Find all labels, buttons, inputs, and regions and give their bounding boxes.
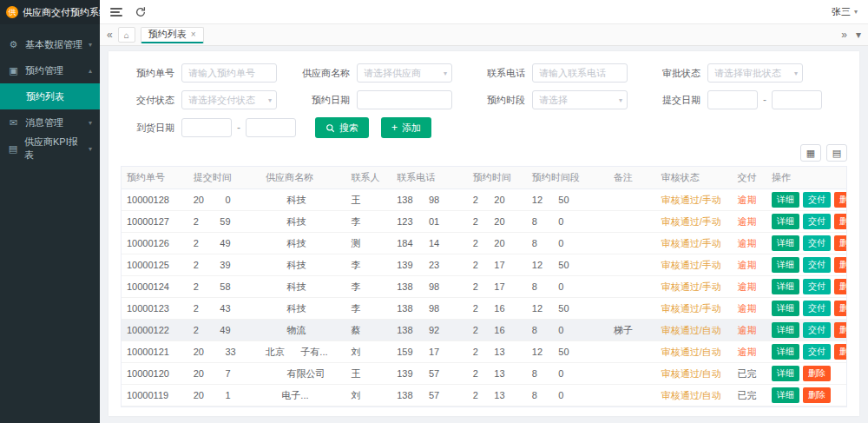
delivery-status-label: 交付状态 [121,94,174,107]
del-row-button[interactable]: 删除 [803,366,831,381]
detail-row-button[interactable]: 详细 [772,322,799,338]
add-button[interactable]: + 添加 [381,117,431,138]
del-row-button[interactable]: 删除 [834,279,847,294]
home-tab-icon[interactable]: ⌂ [118,27,135,43]
tabs-scroll-right-icon[interactable]: » [841,29,847,41]
submit-date-start-input[interactable] [707,90,758,109]
supplier-cell: 沈阳 意... [260,406,346,408]
reserve-no-label: 预约单号 [121,67,174,80]
delivery-status-select[interactable] [181,90,277,109]
reservation-table-scroll[interactable]: 预约单号提交时间供应商名称联系人联系电话预约时间预约时间段备注审核状态交付操作 … [121,166,847,407]
del-row-button[interactable]: 删除 [834,235,847,251]
user-menu[interactable]: 张三 ▾ [832,5,858,18]
search-icon [326,123,335,133]
phone-cell: 138 98 [391,298,468,320]
sidebar-item-reservation-mgmt[interactable]: ▣ 预约管理 ▴ [0,57,100,83]
collapse-sidebar-icon[interactable] [110,8,122,17]
arrival-date-end-input[interactable] [246,118,296,137]
actions-cell: 详细删除 [766,385,847,406]
tab-close-icon[interactable]: × [191,30,196,39]
submit-time-cell: 20 0 [188,189,260,211]
phone-cell: 138 92 [391,320,468,341]
detail-row-button[interactable]: 详细 [772,279,799,294]
audit-status-select[interactable] [707,63,803,83]
detail-row-button[interactable]: 详细 [772,214,799,229]
reserve-date-input[interactable] [357,90,452,109]
reserve-no-cell: 10000119 [122,385,188,406]
contact-cell: 测 [346,233,392,254]
detail-row-button[interactable]: 详细 [772,366,799,381]
del-row-button[interactable]: 删除 [834,257,847,273]
print-icon[interactable]: ▤ [826,144,847,162]
chevron-down-icon: ▾ [89,145,92,153]
column-header: 审核状态 [656,167,733,189]
table-body: 1000012820 0 科技王138 982 2012 50审核通过/手动逾期… [122,189,847,408]
submit-date-end-input[interactable] [772,90,822,109]
audit-status-cell: 审核通过/自动 [656,341,733,363]
detail-row-button[interactable]: 详细 [772,257,799,273]
deliver-row-button[interactable]: 交付 [803,322,831,338]
delivery-status-cell: 逾期 [732,276,766,298]
deliver-row-button[interactable]: 交付 [803,344,831,360]
actions-cell: 详细交付删除 [766,189,847,211]
deliver-row-button[interactable]: 交付 [803,214,831,229]
tab-reservation-list[interactable]: 预约列表 × [141,27,204,43]
sidebar-item-message-mgmt[interactable]: ✉ 消息管理 ▾ [0,109,100,135]
sidebar-item-supplier-kpi[interactable]: ▤ 供应商KPI报表 ▾ [0,135,100,162]
del-row-button[interactable]: 删除 [803,387,831,403]
del-row-button[interactable]: 删除 [834,301,847,316]
reserve-no-cell: 10000116 [122,406,188,408]
note-cell [608,341,656,363]
sidebar-item-basic-data[interactable]: ⚙ 基本数据管理 ▾ [0,31,100,57]
deliver-row-button[interactable]: 交付 [803,279,831,294]
column-header: 备注 [608,167,656,189]
reserve-slot-select[interactable] [532,90,628,109]
app-title: 供应商交付预约系统 [23,6,108,19]
table-row: 100001232 43 科技李138 982 1612 50审核通过/手动逾期… [122,298,847,320]
phone-cell: 123 01 [391,211,468,233]
detail-row-button[interactable]: 详细 [772,301,799,316]
contact-cell: 李 [346,254,392,276]
submit-time-cell: 20 7 [188,363,260,385]
arrival-date-start-input[interactable] [181,118,232,137]
del-row-button[interactable]: 删除 [834,344,847,360]
deliver-row-button[interactable]: 交付 [803,301,831,316]
reserve-no-input[interactable] [181,63,277,83]
reserve-slot-cell: 12 50 [527,298,608,320]
user-name: 张三 [832,5,851,18]
column-settings-icon[interactable]: ▦ [800,144,821,162]
sidebar-item-reservation-list[interactable]: 预约列表 [0,83,100,109]
supplier-cell: 科技 [260,298,346,320]
contact-cell: 刘 [346,385,392,406]
detail-row-button[interactable]: 详细 [772,192,799,208]
reservation-list-panel: 预约单号 供应商名称 ▾ 联系电话 [108,51,859,416]
del-row-button[interactable]: 删除 [834,322,847,338]
tabs-dropdown-icon[interactable]: ▾ [856,29,861,41]
del-row-button[interactable]: 删除 [834,214,847,229]
search-button[interactable]: 搜索 [315,117,369,138]
deliver-row-button[interactable]: 交付 [803,235,831,251]
refresh-icon[interactable] [135,6,147,18]
supplier-cell: 科技 [260,189,346,211]
tabs-scroll-left-icon[interactable]: « [107,29,113,41]
detail-row-button[interactable]: 详细 [772,235,799,251]
contact-cell: 李 [346,211,392,233]
table-row: 100001242 58 科技李138 982 178 0审核通过/手动逾期详细… [122,276,847,298]
phone-input[interactable] [532,63,628,83]
actions-cell: 详细交付删除 [766,211,847,233]
reserve-slot-cell: 8 0 [527,363,608,385]
delivery-status-cell: 逾期 [732,254,766,276]
supplier-select[interactable] [357,63,452,83]
detail-row-button[interactable]: 详细 [772,344,799,360]
table-row: 1000012020 7 有限公司王139 572 138 0审核通过/自动已完… [122,363,847,385]
filter-form: 预约单号 供应商名称 ▾ 联系电话 [121,58,847,142]
del-row-button[interactable]: 删除 [834,192,847,208]
column-header: 联系电话 [391,167,468,189]
column-header: 交付 [732,167,766,189]
submit-time-cell: 2 58 [188,276,260,298]
column-header: 预约时间 [468,167,527,189]
deliver-row-button[interactable]: 交付 [803,257,831,273]
reserve-time-cell: 2 17 [468,276,527,298]
detail-row-button[interactable]: 详细 [772,387,799,403]
deliver-row-button[interactable]: 交付 [803,192,831,208]
